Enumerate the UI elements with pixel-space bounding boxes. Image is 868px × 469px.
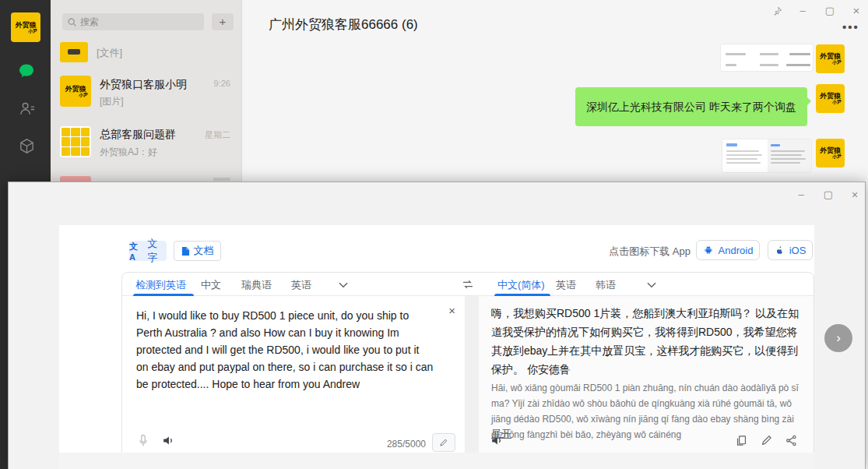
chevron-down-icon[interactable] xyxy=(339,282,348,288)
list-item-subtitle: [文件] xyxy=(97,46,122,60)
search-input[interactable] xyxy=(80,16,189,27)
translate-card: 检测到英语 中文 瑞典语 英语 中文(简体) 英语 韩语 xyxy=(121,272,814,453)
avatar[interactable]: 外贸狼 小尹 xyxy=(816,139,845,168)
maximize-icon[interactable]: ▢ xyxy=(821,3,838,19)
list-item-avatar[interactable] xyxy=(60,126,91,157)
pin-icon[interactable] xyxy=(768,3,785,19)
avatar-brand-text: 外贸狼 xyxy=(820,52,841,60)
source-lang-tab-detected[interactable]: 检测到英语 xyxy=(135,278,186,292)
avatar[interactable]: 外贸狼 小尹 xyxy=(816,84,845,113)
source-text-input[interactable]: Hi, I would like to buy RD500 1 piece un… xyxy=(136,307,434,393)
source-lang-tab[interactable]: 瑞典语 xyxy=(241,278,272,292)
list-item-time: 星期二 xyxy=(205,129,230,141)
copy-icon[interactable] xyxy=(735,434,748,447)
avatar-brand-text: 外贸狼 xyxy=(16,21,37,29)
download-hint: 点击图标下载 App xyxy=(606,245,691,259)
target-lang-tab-active[interactable]: 中文(简体) xyxy=(497,278,545,292)
share-icon[interactable] xyxy=(785,434,798,447)
message-image[interactable] xyxy=(722,139,812,173)
language-bar: 检测到英语 中文 瑞典语 英语 中文(简体) 英语 韩语 xyxy=(122,273,814,296)
target-lang-tab[interactable]: 韩语 xyxy=(596,278,616,292)
document-mode-tab[interactable]: 文档 xyxy=(174,241,221,261)
search-box[interactable] xyxy=(62,13,204,30)
source-pane: Hi, I would like to buy RD500 1 piece un… xyxy=(122,296,465,453)
android-download-button[interactable]: Android xyxy=(696,240,760,260)
list-item-time xyxy=(213,178,230,181)
text-mode-label: 文字 xyxy=(147,237,167,265)
ios-label: iOS xyxy=(789,245,807,256)
image-viewer-window: – ▢ × › 文A 文字 文档 点击图标下载 App Android iOS xyxy=(8,182,866,469)
close-icon[interactable]: × xyxy=(848,3,865,19)
ios-download-button[interactable]: iOS xyxy=(768,240,813,260)
avatar-brand-text: 外贸狼 xyxy=(65,85,86,93)
target-lang-tab[interactable]: 英语 xyxy=(556,278,576,292)
avatar-brand-sub: 小尹 xyxy=(28,29,37,34)
clear-text-icon[interactable]: × xyxy=(448,304,455,317)
translation-text: 嗨，我想购买RD500 1片装，您船到澳大利亚珀斯吗？ 以及在知道我受保护的情况… xyxy=(491,304,803,379)
moments-box-icon[interactable] xyxy=(16,136,37,156)
next-image-button[interactable]: › xyxy=(824,324,852,352)
translate-icon: 文A xyxy=(129,241,143,262)
minimize-icon[interactable]: – xyxy=(794,3,811,19)
pencil-icon xyxy=(439,438,448,447)
screen: 外贸狼 小尹 + [文件] 外贸狼 小尹 外贸狼口客 xyxy=(0,0,868,469)
avatar[interactable]: 外贸狼 小尹 xyxy=(816,44,845,73)
search-icon xyxy=(67,17,77,27)
list-item-title[interactable]: 总部客服问题群 xyxy=(100,128,176,142)
speaker-icon[interactable] xyxy=(161,433,176,448)
avatar-badge xyxy=(68,49,80,55)
translation-pane: 嗨，我想购买RD500 1片装，您船到澳大利亚珀斯吗？ 以及在知道我受保护的情况… xyxy=(479,296,814,453)
pinyin-text: Hāi, wǒ xiǎng gòumǎi RD500 1 piàn zhuāng… xyxy=(491,380,804,443)
minimize-icon[interactable]: – xyxy=(791,186,811,203)
list-item-subtitle: [图片] xyxy=(100,95,124,108)
document-icon xyxy=(181,246,190,256)
edit-button[interactable] xyxy=(432,433,455,452)
pane-divider xyxy=(465,296,479,453)
maximize-icon[interactable]: ▢ xyxy=(818,186,838,203)
list-item-subtitle: 外贸狼AJ：好 xyxy=(100,146,157,159)
chevron-down-icon[interactable] xyxy=(647,282,656,288)
microphone-icon[interactable] xyxy=(136,433,150,449)
avatar-brand-text: 外贸狼 xyxy=(820,92,841,100)
list-item-avatar[interactable] xyxy=(60,42,88,62)
avatar-brand-text: 外贸狼 xyxy=(820,146,841,154)
avatar-brand-sub: 小尹 xyxy=(832,60,842,65)
text-mode-tab[interactable]: 文A 文字 xyxy=(129,241,167,261)
previewed-image: 文A 文字 文档 点击图标下载 App Android iOS 检测到英语 中文 xyxy=(59,225,814,469)
list-item[interactable]: 外贸狼 小尹 xyxy=(60,76,91,107)
avatar-brand-sub: 小尹 xyxy=(832,100,842,105)
android-icon xyxy=(703,245,714,256)
chats-icon[interactable] xyxy=(16,61,37,81)
page-footer-strip xyxy=(59,453,814,469)
apple-icon xyxy=(775,245,785,256)
avatar[interactable]: 外贸狼 小尹 xyxy=(11,12,40,42)
list-item-time: 9:26 xyxy=(214,79,230,88)
message-image[interactable] xyxy=(720,44,814,72)
source-lang-tab[interactable]: 中文 xyxy=(201,278,221,292)
close-icon[interactable]: × xyxy=(845,186,865,203)
char-count: 285/5000 xyxy=(387,439,426,450)
avatar-brand-sub: 小尹 xyxy=(79,93,88,98)
add-chat-button[interactable]: + xyxy=(212,13,234,30)
chat-more-button[interactable]: ••• xyxy=(842,22,866,36)
android-label: Android xyxy=(719,245,754,256)
contacts-icon[interactable] xyxy=(16,98,37,118)
source-lang-tab[interactable]: 英语 xyxy=(291,278,311,292)
swap-languages-icon[interactable] xyxy=(462,279,474,290)
chat-title: 广州外贸狼客服66666 (6) xyxy=(269,16,418,34)
edit-translation-icon[interactable] xyxy=(761,434,773,446)
message-bubble[interactable]: 深圳亿上光科技有限公司 昨天来了两个询盘 xyxy=(575,87,807,126)
list-item-title[interactable]: 外贸狼口客服小明 xyxy=(100,78,187,92)
list-item-avatar: 外贸狼 小尹 xyxy=(60,76,91,107)
document-mode-label: 文档 xyxy=(194,244,214,258)
avatar-brand-sub: 小尹 xyxy=(832,154,842,160)
speaker-icon[interactable] xyxy=(490,433,504,448)
